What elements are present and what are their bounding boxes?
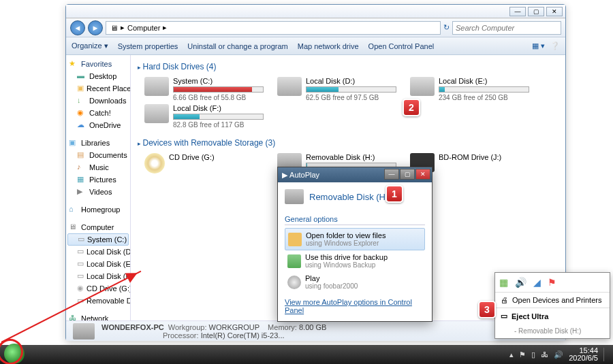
eject-ultra-button[interactable]: ▭Eject Ultra: [495, 308, 610, 324]
sidebar-onedrive[interactable]: ☁OneDrive: [66, 119, 130, 131]
sidebar-music[interactable]: ♪Music: [66, 161, 130, 173]
uninstall-button[interactable]: Uninstall or change a program: [187, 42, 287, 50]
sidebar-network[interactable]: 🖧Network: [66, 312, 130, 320]
sidebar-recent[interactable]: ▣Recent Places: [66, 82, 130, 95]
drive-item[interactable]: System (C:) 6.66 GB free of 55.8 GB: [144, 77, 264, 101]
hdd-icon: [144, 77, 169, 96]
tray-icons-row: ▦ 🔊 ◢ ⚑: [495, 273, 610, 292]
sidebar-system-c[interactable]: ▭System (C:): [67, 233, 129, 246]
system-properties-button[interactable]: System properties: [118, 42, 178, 50]
drive-item[interactable]: Local Disk (D:) 62.5 GB free of 97.5 GB: [277, 77, 396, 101]
clock[interactable]: 15:442020/6/5: [569, 347, 598, 362]
search-input[interactable]: [452, 21, 561, 35]
sidebar-disk-d[interactable]: ▭Local Disk (D:): [66, 246, 130, 258]
control-panel-button[interactable]: Open Control Panel: [368, 42, 435, 50]
drive-free: 82.8 GB free of 117 GB: [173, 121, 264, 129]
autoplay-drive-name: Removable Disk (H:): [309, 192, 391, 202]
autoplay-more-link[interactable]: View more AutoPlay options in Control Pa…: [285, 298, 425, 314]
eject-sub-item[interactable]: - Removable Disk (H:): [495, 324, 610, 338]
drive-name: CD Drive (G:): [169, 153, 264, 161]
sidebar-videos[interactable]: ▶Videos: [66, 186, 130, 198]
sidebar-homegroup[interactable]: ⌂Homegroup: [66, 203, 130, 216]
devices-icon: 🖨: [501, 296, 508, 304]
tray-network-icon[interactable]: 🖧: [541, 350, 548, 359]
volume-icon[interactable]: 🔊: [515, 277, 526, 288]
tray-tri-icon[interactable]: ▴: [509, 350, 514, 359]
sidebar-desktop[interactable]: ▬Desktop: [66, 70, 130, 82]
sidebar-pictures[interactable]: ▦Pictures: [66, 173, 130, 186]
tray-volume-icon[interactable]: 🔊: [554, 350, 563, 359]
drive-item[interactable]: Local Disk (F:) 82.8 GB free of 117 GB: [144, 104, 264, 129]
autoplay-option[interactable]: Open folder to view filesusing Windows E…: [285, 228, 425, 250]
forward-button[interactable]: ►: [88, 20, 103, 35]
close-button[interactable]: ✕: [546, 7, 563, 16]
breadcrumb-computer[interactable]: Computer: [126, 24, 161, 32]
hdd-icon: [410, 77, 435, 96]
sidebar-computer[interactable]: 🖥Computer: [66, 221, 130, 233]
autoplay-close-button[interactable]: ✕: [415, 169, 430, 180]
badge-2: 2: [403, 99, 420, 116]
autoplay-max-button[interactable]: ▢: [400, 169, 415, 180]
badge-3: 3: [478, 301, 496, 318]
tray-popup: ▦ 🔊 ◢ ⚑ 🖨Open Devices and Printers ▭Ejec…: [494, 272, 610, 339]
address-bar: ◄ ► 🖥 ▸ Computer ▸ ↻: [66, 18, 565, 37]
sidebar-downloads[interactable]: ↓Downloads: [66, 95, 130, 107]
status-bar: WONDERFOX-PC Workgroup: WORKGROUP Memory…: [66, 320, 565, 341]
option-icon: [287, 276, 301, 289]
show-desktop-button[interactable]: [603, 348, 609, 361]
autoplay-titlebar[interactable]: ▶ AutoPlay — ▢ ✕: [278, 167, 432, 182]
drive-free: 6.66 GB free of 55.8 GB: [173, 94, 264, 101]
autoplay-option[interactable]: Use this drive for backupusing Windows B…: [285, 250, 425, 271]
computer-icon: [73, 323, 95, 340]
tray-app-icon[interactable]: ▦: [499, 277, 508, 288]
drive-name: Local Disk (E:): [439, 77, 529, 85]
minimize-button[interactable]: —: [509, 7, 526, 16]
section-hdd[interactable]: Hard Disk Drives (4): [138, 62, 559, 71]
sidebar-catch[interactable]: ◉Catch!: [66, 107, 130, 119]
tray-app-icon[interactable]: ⚑: [548, 277, 556, 288]
autoplay-min-button[interactable]: —: [384, 169, 399, 180]
drive-name: Local Disk (D:): [306, 77, 396, 85]
hdd-icon: [277, 77, 302, 96]
refresh-icon[interactable]: ↻: [443, 23, 450, 32]
drive-item[interactable]: Local Disk (E:) 234 GB free of 250 GB: [410, 77, 529, 101]
system-tray: ▴ ⚑ ▯ 🖧 🔊 15:442020/6/5: [509, 347, 609, 362]
autoplay-icon: ▶: [282, 171, 287, 180]
badge-1: 1: [386, 185, 403, 203]
drive-name: Local Disk (F:): [173, 104, 264, 112]
drive-free: 234 GB free of 250 GB: [439, 94, 529, 101]
drive-icon: [285, 189, 304, 204]
sidebar-disk-e[interactable]: ▭Local Disk (E:): [66, 258, 130, 270]
toolbar: Organize ▾ System properties Uninstall o…: [66, 37, 565, 55]
drive-name: System (C:): [173, 77, 264, 85]
autoplay-section: General options: [285, 215, 425, 225]
drive-name: Removable Disk (H:): [306, 153, 396, 161]
pc-name: WONDERFOX-PC: [101, 323, 164, 331]
section-removable[interactable]: Devices with Removable Storage (3): [138, 138, 559, 148]
tray-flag-icon[interactable]: ⚑: [519, 350, 526, 359]
tray-app-icon[interactable]: ◢: [533, 277, 541, 288]
view-icon[interactable]: ▦ ▾: [532, 42, 545, 50]
drive-item[interactable]: CD Drive (G:): [144, 153, 264, 178]
option-icon: [287, 254, 301, 268]
sidebar-favorites[interactable]: ★Favorites: [66, 58, 130, 70]
sidebar-libraries[interactable]: ▣Libraries: [66, 137, 130, 149]
hdd-icon: [144, 104, 169, 123]
usb-icon: ▭: [501, 312, 507, 320]
breadcrumb[interactable]: 🖥 ▸ Computer ▸: [106, 21, 441, 35]
map-network-button[interactable]: Map network drive: [298, 42, 359, 50]
taskbar: ▴ ⚑ ▯ 🖧 🔊 15:442020/6/5: [0, 345, 613, 364]
start-highlight-ring: [0, 339, 23, 364]
tray-battery-icon[interactable]: ▯: [531, 350, 535, 359]
help-icon[interactable]: ❔: [550, 42, 560, 50]
titlebar[interactable]: — ▢ ✕: [66, 5, 565, 18]
drive-free: 62.5 GB free of 97.5 GB: [306, 94, 396, 101]
cd-icon: [144, 153, 165, 173]
organize-button[interactable]: Organize ▾: [72, 42, 108, 50]
autoplay-option[interactable]: Playusing foobar2000: [285, 271, 425, 293]
open-devices-button[interactable]: 🖨Open Devices and Printers: [495, 292, 610, 308]
sidebar-documents[interactable]: ▤Documents: [66, 149, 130, 161]
back-button[interactable]: ◄: [70, 20, 85, 35]
maximize-button[interactable]: ▢: [528, 7, 544, 16]
computer-icon: 🖥: [109, 24, 119, 32]
